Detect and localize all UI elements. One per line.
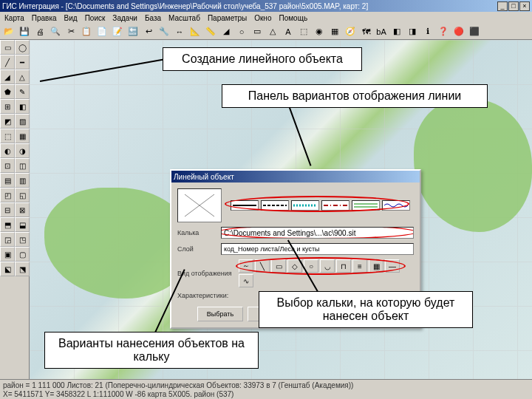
mode-step-icon[interactable]: ⊓ — [336, 259, 351, 273]
side-tool[interactable]: ▤ — [0, 173, 15, 188]
maximize-button[interactable]: □ — [508, 1, 519, 11]
side-tool[interactable]: ◱ — [15, 188, 30, 202]
side-tool[interactable]: ▥ — [15, 173, 30, 188]
side-tool[interactable]: ⬟ — [0, 84, 15, 99]
tool-compass-icon[interactable]: 🧭 — [343, 24, 358, 39]
select-button[interactable]: Выбрать — [197, 307, 243, 321]
side-tool[interactable]: ▭ — [0, 40, 15, 55]
mode-grid-icon[interactable]: ▦ — [369, 259, 383, 273]
menu-item[interactable]: Карта — [4, 14, 24, 22]
dialog-title: Линейный объект — [174, 173, 234, 181]
close-button[interactable]: × — [519, 1, 530, 11]
tool-save-icon[interactable]: 💾 — [17, 24, 32, 39]
tool-ruler-icon[interactable]: 📏 — [203, 24, 218, 39]
side-tool[interactable]: ◯ — [15, 40, 30, 55]
dialog-titlebar[interactable]: Линейный объект — [171, 171, 420, 183]
side-tool[interactable]: ▨ — [15, 114, 30, 129]
tool-print-icon[interactable]: 🖨 — [33, 24, 47, 39]
side-tool[interactable]: ◐ — [0, 143, 15, 158]
side-tool[interactable]: ⊟ — [0, 202, 15, 217]
tool-zoom-icon[interactable]: 🔍 — [48, 24, 63, 39]
side-tool[interactable]: ▢ — [15, 247, 30, 262]
tool-red-icon[interactable]: 🔴 — [451, 24, 466, 39]
line-style-dashed[interactable] — [261, 200, 289, 211]
side-tool[interactable]: ━ — [15, 55, 30, 69]
mode-arc-icon[interactable]: ◡ — [320, 259, 335, 273]
mode-hash-icon[interactable]: ≡ — [352, 259, 367, 273]
side-tool[interactable]: ◳ — [15, 232, 30, 247]
tool-target-icon[interactable]: ◉ — [312, 24, 327, 39]
tool-right-icon[interactable]: ◨ — [405, 24, 420, 39]
tool-edit-icon[interactable]: 📝 — [110, 24, 125, 39]
menu-item[interactable]: Поиск — [85, 14, 106, 22]
side-tool[interactable]: ╱ — [0, 55, 15, 69]
side-tool[interactable]: ⊡ — [0, 158, 15, 173]
tool-text-icon[interactable]: A — [281, 24, 296, 39]
tool-measure-icon[interactable]: 📐 — [188, 24, 202, 39]
status-line1: район = 1 111 000 Листов: 21 (Поперечно-… — [3, 381, 529, 389]
side-tool[interactable]: △ — [15, 69, 30, 84]
line-style-dotted[interactable] — [291, 200, 319, 211]
line-style-wave[interactable] — [382, 200, 410, 211]
tool-help-icon[interactable]: ❓ — [436, 24, 451, 39]
tool-tri-icon[interactable]: ◢ — [219, 24, 233, 39]
line-style-dashdot[interactable] — [321, 200, 349, 211]
tool-grid-icon[interactable]: ▦ — [327, 24, 342, 39]
callout-create-line: Создание линейного объекта — [163, 47, 362, 71]
side-tool[interactable]: ⬕ — [0, 262, 15, 276]
tool-cut-icon[interactable]: ✂ — [64, 24, 78, 39]
mode-line-icon[interactable]: ╲ — [255, 259, 270, 273]
tool-pan-icon[interactable]: ↔ — [172, 24, 187, 39]
kalka-input[interactable]: C:\Documents and Settings\...\ac\900.sit — [221, 227, 414, 239]
tool-circle-icon[interactable]: ○ — [234, 24, 249, 39]
side-tool[interactable]: ⊠ — [15, 202, 30, 217]
side-tool[interactable]: ◢ — [0, 69, 15, 84]
menu-item[interactable]: Задачи — [112, 14, 137, 22]
mode-seg-icon[interactable]: — — [385, 259, 400, 273]
map-canvas[interactable]: Линейный объект — [30, 40, 532, 380]
tool-ba-icon[interactable]: bA — [374, 24, 389, 39]
tool-left-icon[interactable]: ◧ — [389, 24, 404, 39]
side-tool[interactable]: ⬔ — [15, 262, 30, 276]
side-tool[interactable]: ▦ — [15, 129, 30, 143]
side-tool[interactable]: ◧ — [15, 99, 30, 114]
mode-freehand-icon[interactable]: ～ — [239, 259, 253, 273]
menu-item[interactable]: Параметры — [208, 14, 247, 22]
side-tool[interactable]: ✎ — [15, 84, 30, 99]
tool-select-icon[interactable]: ⬚ — [296, 24, 311, 39]
side-tool[interactable]: ◲ — [0, 232, 15, 247]
tool-black-icon[interactable]: ⬛ — [467, 24, 482, 39]
side-tool[interactable]: ⬓ — [15, 217, 30, 232]
tool-paste-icon[interactable]: 📋 — [79, 24, 94, 39]
menu-item[interactable]: Помощь — [279, 14, 307, 22]
tool-redo-icon[interactable]: ↩ — [141, 24, 156, 39]
side-tool[interactable]: ⊞ — [0, 99, 15, 114]
tool-map-icon[interactable]: 🗺 — [358, 24, 373, 39]
mode-rect-icon[interactable]: ▭ — [271, 259, 286, 273]
line-style-solid[interactable] — [231, 200, 259, 211]
side-tool[interactable]: ◫ — [15, 158, 30, 173]
side-tool[interactable]: ⬒ — [0, 217, 15, 232]
tool-triangle-icon[interactable]: △ — [265, 24, 280, 39]
tool-info-icon[interactable]: ℹ — [420, 24, 435, 39]
tool-copy-icon[interactable]: 📄 — [95, 24, 109, 39]
menu-item[interactable]: Масштаб — [168, 14, 200, 22]
side-tool[interactable]: ▣ — [0, 247, 15, 262]
tool-open-icon[interactable]: 📂 — [1, 24, 16, 39]
menu-item[interactable]: Правка — [32, 14, 57, 22]
side-tool[interactable]: ◩ — [0, 114, 15, 129]
side-tool[interactable]: ◑ — [15, 143, 30, 158]
side-tool[interactable]: ◰ — [0, 188, 15, 202]
side-tool[interactable]: ⬚ — [0, 129, 15, 143]
line-style-double[interactable] — [352, 200, 380, 211]
tool-undo-icon[interactable]: 🔙 — [126, 24, 140, 39]
callout-line — [40, 58, 164, 81]
menu-item[interactable]: База — [145, 14, 161, 22]
mode-curve-icon[interactable]: ∿ — [239, 274, 253, 287]
sloi-input[interactable]: код_Номер листа/Леса и кусты — [221, 243, 414, 255]
menu-item[interactable]: Вид — [64, 14, 78, 22]
minimize-button[interactable]: _ — [497, 1, 508, 11]
tool-wrench-icon[interactable]: 🔧 — [157, 24, 171, 39]
menu-item[interactable]: Окно — [254, 14, 271, 22]
tool-rect-icon[interactable]: ▭ — [250, 24, 265, 39]
